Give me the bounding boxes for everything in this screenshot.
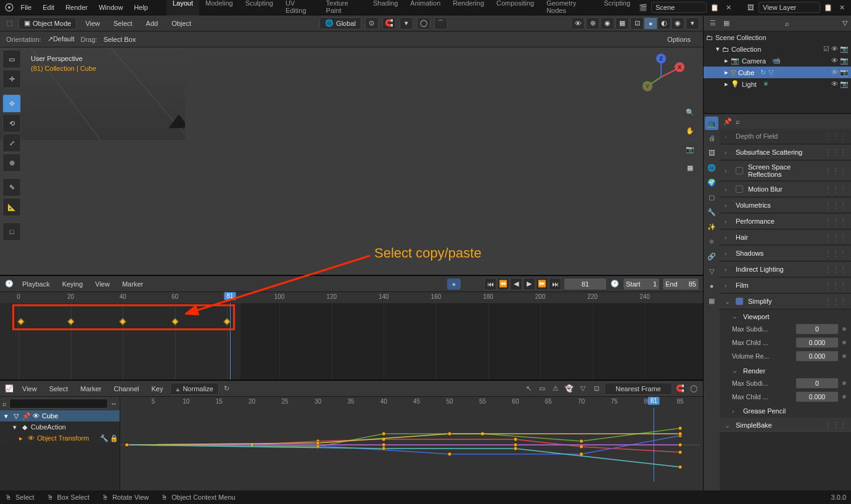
axis-x-icon[interactable]: X [675,62,684,72]
graph-ruler[interactable]: 51015202530354045505560657075808581 [120,397,703,408]
tab-material[interactable]: ● [705,279,718,293]
add-menu[interactable]: Add [141,18,163,29]
panel-hair[interactable]: ›Hair⋮⋮⋮ [720,230,851,245]
clock-icon[interactable]: 🕐 [609,278,620,290]
graph-area[interactable]: 51015202530354045505560657075808581 [120,397,703,490]
rotate-tool[interactable]: ⟲ [2,114,21,132]
autokeying-toggle[interactable]: ● [447,278,461,290]
drag-handle-icon[interactable]: ⋮⋮⋮ [824,280,846,290]
wrench-icon[interactable]: 🔧 [100,434,107,442]
outliner-view-icon[interactable]: ▦ [721,18,732,29]
outliner-display-mode[interactable]: ☰ [707,18,718,29]
panel-depth-of-field[interactable]: ›Depth of Field⋮⋮⋮ [720,129,851,144]
volume-vp-input[interactable]: 0.000 [796,351,839,362]
render-icon[interactable]: 📷 [840,68,849,76]
end-frame-field[interactable]: End85 [662,278,699,290]
anim-dot[interactable] [842,327,846,331]
expand-horizontal-icon[interactable]: ↔ [110,400,117,407]
graph-editor-type-icon[interactable]: 📈 [4,383,15,394]
viewport-3d[interactable]: User Perspective (81) Collection | Cube … [0,47,703,275]
panel-simplify-render[interactable]: ⌄Render [732,363,846,376]
zoom-icon[interactable]: 🔍 [682,104,698,120]
panel-simplify-viewport[interactable]: ⌄Viewport [732,311,846,322]
add-cube-tool[interactable]: □ [2,222,21,241]
perspective-toggle-icon[interactable]: ▦ [682,160,698,176]
panel-subsurface-scattering[interactable]: ›Subsurface Scattering⋮⋮⋮ [720,145,851,160]
channel-action-row[interactable]: ▾ ◆ CubeAction [0,421,120,433]
jump-end-button[interactable]: ⏭ [549,278,561,290]
drag-handle-icon[interactable]: ⋮⋮⋮ [824,131,846,141]
max-child-vp-input[interactable]: 0.000 [796,337,839,348]
graph-select-menu[interactable]: Select [44,383,73,394]
outliner-collection[interactable]: ▾ 🗀 Collection ☑👁📷 [704,43,851,55]
marker-menu[interactable]: Marker [117,278,148,290]
solid-shading[interactable]: ● [644,17,657,30]
wireframe-shading[interactable]: ⊡ [630,17,644,30]
graph-snap-icon[interactable]: 🧲 [675,383,686,394]
menu-window[interactable]: Window [94,2,128,13]
snap-mode-dropdown[interactable]: Nearest Frame [604,383,672,395]
scene-delete-icon[interactable]: ✕ [723,2,734,13]
timeline-body[interactable]: 02040608010012014016018020022024081 [0,292,703,380]
tab-texture[interactable]: ▦ [705,294,718,307]
tab-scene[interactable]: 🌐 [705,161,718,174]
prev-keyframe-button[interactable]: ⏪ [497,278,509,290]
render-icon[interactable]: 📷 [840,45,849,53]
search-icon[interactable]: ⌕ [785,20,789,27]
channel-group-row[interactable]: ▸ 👁 Object Transform 🔧 🔒 [0,433,120,444]
object-menu[interactable]: Object [166,18,196,29]
tab-world[interactable]: 🌍 [705,176,718,189]
graph-playhead-flag[interactable]: 81 [648,397,660,405]
eye-icon[interactable]: 👁 [831,80,838,88]
play-reverse-button[interactable]: ◀ [510,278,522,290]
pivot-dropdown[interactable]: ⊙ [365,17,379,30]
drag-handle-icon[interactable]: ⋮⋮⋮ [824,166,846,176]
channel-object-row[interactable]: ▾ ▽ 📌 👁 Cube [0,410,120,421]
graph-ghost-icon[interactable]: 👻 [564,383,575,394]
panel-performance[interactable]: ›Performance⋮⋮⋮ [720,214,851,229]
max-child-r-input[interactable]: 0.000 [796,391,839,402]
snap-toggle[interactable]: 🧲 [382,17,396,30]
jump-start-button[interactable]: ⏮ [484,278,496,290]
menu-help[interactable]: Help [129,2,153,13]
drag-handle-icon[interactable]: ⋮⋮⋮ [824,248,846,258]
panel-grease-pencil[interactable]: ›Grease Pencil [732,404,846,416]
outliner-item-camera[interactable]: ▸ 📷 Camera 📹 👁📷 [704,55,851,67]
transform-tool[interactable]: ⊕ [2,153,21,172]
panel-film[interactable]: ›Film⋮⋮⋮ [720,278,851,293]
drag-handle-icon[interactable]: ⋮⋮⋮ [824,147,846,157]
graph-cursor-icon[interactable]: ↖ [523,383,534,394]
auto-normalize-icon[interactable]: ↻ [221,383,232,394]
rendered-shading[interactable]: ◉ [671,17,684,30]
visibility-toggle[interactable]: 👁 [571,17,585,30]
pin-icon[interactable]: 📌 [723,118,732,126]
panel-screen-space-reflections[interactable]: ›Screen Space Reflections⋮⋮⋮ [720,161,851,181]
mode-dropdown[interactable]: ▣ Object Mode [18,17,76,30]
start-frame-field[interactable]: Start1 [623,278,660,290]
playback-menu[interactable]: Playback [17,278,55,290]
measure-tool[interactable]: 📐 [2,198,21,216]
scene-browse-icon[interactable]: 🎬 [638,2,649,13]
select-box-tool[interactable]: ▭ [2,50,21,68]
lock-icon[interactable]: 🔒 [110,434,117,442]
tab-constraints[interactable]: 🔗 [705,250,718,263]
tool-options-button[interactable]: Options [661,34,697,45]
checkbox-icon[interactable] [736,298,743,305]
scene-name-field[interactable]: Scene [651,2,707,13]
eye-icon[interactable]: 👁 [831,68,838,76]
camera-view-icon[interactable]: 📷 [682,141,698,157]
viewlayer-delete-icon[interactable]: ✕ [836,2,847,13]
tab-particles[interactable]: ✨ [705,220,718,234]
outliner-scene-collection[interactable]: 🗀 Scene Collection [704,31,851,43]
drag-handle-icon[interactable]: ⋮⋮⋮ [824,184,846,194]
drag-handle-icon[interactable]: ⋮⋮⋮ [824,200,846,210]
drag-handle-icon[interactable]: ⋮⋮⋮ [824,232,846,242]
menu-render[interactable]: Render [60,2,92,13]
orientation-dropdown[interactable]: 🌐 Global [319,17,361,30]
max-subdiv-r-input[interactable]: 0 [796,378,839,389]
viewlayer-name-field[interactable]: View Layer [758,2,820,13]
material-shading[interactable]: ◐ [657,17,671,30]
timeline-ruler[interactable]: 02040608010012014016018020022024081 [0,292,703,303]
tab-modifiers[interactable]: 🔧 [705,205,718,219]
graph-key-menu[interactable]: Key [146,383,168,394]
